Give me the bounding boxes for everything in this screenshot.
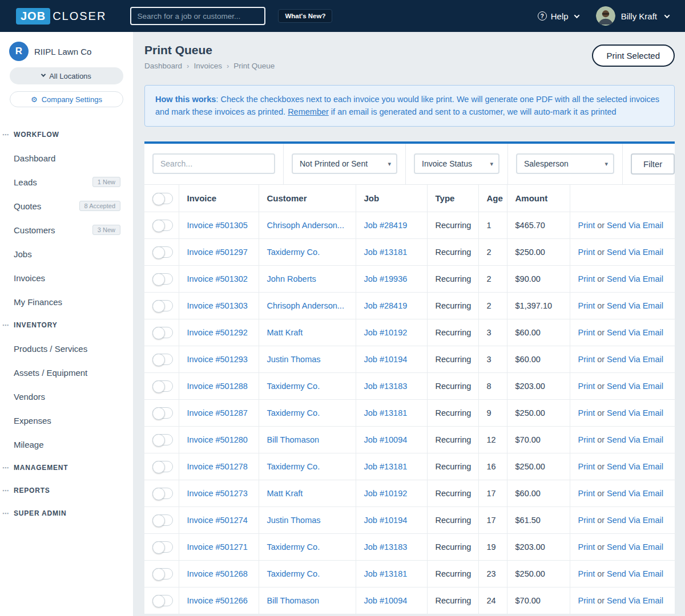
row-select-toggle[interactable]: [152, 514, 173, 526]
print-link[interactable]: Print: [578, 274, 595, 283]
send-email-link[interactable]: Send Via Email: [607, 489, 663, 498]
company-switcher[interactable]: R RIIPL Lawn Co: [0, 41, 133, 62]
send-email-link[interactable]: Send Via Email: [607, 516, 663, 525]
print-link[interactable]: Print: [578, 301, 595, 310]
global-search-input[interactable]: [130, 7, 265, 25]
send-email-link[interactable]: Send Via Email: [607, 462, 663, 471]
job-link[interactable]: Job #19936: [364, 274, 408, 283]
job-link[interactable]: Job #10192: [364, 328, 408, 337]
sidebar-item-leads[interactable]: Leads1 New: [0, 170, 133, 194]
filter-button[interactable]: Filter: [631, 153, 675, 175]
print-link[interactable]: Print: [578, 248, 595, 257]
job-link[interactable]: Job #13181: [364, 569, 408, 578]
invoice-link[interactable]: Invoice #501278: [187, 462, 248, 471]
send-email-link[interactable]: Send Via Email: [607, 382, 663, 391]
invoice-link[interactable]: Invoice #501302: [187, 274, 248, 283]
row-select-toggle[interactable]: [152, 595, 173, 606]
sidebar-section-super-admin[interactable]: ⋯SUPER ADMIN: [0, 502, 133, 525]
print-link[interactable]: Print: [578, 435, 595, 444]
invoice-link[interactable]: Invoice #501287: [187, 408, 248, 418]
filter-select-printed-status[interactable]: Not Printed or Sent▾: [292, 153, 397, 174]
send-email-link[interactable]: Send Via Email: [607, 542, 663, 552]
sidebar-section-management[interactable]: ⋯MANAGEMENT: [0, 456, 133, 479]
sidebar-item-jobs[interactable]: Jobs: [0, 242, 133, 266]
print-link[interactable]: Print: [578, 596, 595, 605]
job-link[interactable]: Job #13183: [364, 542, 408, 552]
send-email-link[interactable]: Send Via Email: [607, 274, 663, 283]
invoice-link[interactable]: Invoice #501274: [187, 516, 248, 525]
invoice-link[interactable]: Invoice #501266: [187, 596, 248, 605]
row-select-toggle[interactable]: [152, 541, 173, 553]
invoice-link[interactable]: Invoice #501288: [187, 382, 248, 391]
job-link[interactable]: Job #13183: [364, 382, 408, 391]
send-email-link[interactable]: Send Via Email: [607, 221, 663, 230]
send-email-link[interactable]: Send Via Email: [607, 596, 663, 605]
invoice-link[interactable]: Invoice #501293: [187, 355, 248, 364]
send-email-link[interactable]: Send Via Email: [607, 569, 663, 578]
sidebar-item-my-finances[interactable]: My Finances: [0, 290, 133, 314]
customer-link[interactable]: Justin Thomas: [267, 516, 321, 525]
sidebar-section-inventory[interactable]: ⋯INVENTORY: [0, 314, 133, 337]
customer-link[interactable]: Justin Thomas: [267, 355, 321, 364]
row-select-toggle[interactable]: [152, 220, 173, 231]
sidebar-section-reports[interactable]: ⋯REPORTS: [0, 479, 133, 502]
invoice-link[interactable]: Invoice #501297: [187, 248, 248, 257]
invoice-link[interactable]: Invoice #501280: [187, 435, 248, 444]
sidebar-item-vendors[interactable]: Vendors: [0, 384, 133, 408]
row-select-toggle[interactable]: [152, 380, 173, 392]
customer-link[interactable]: Taxidermy Co.: [267, 569, 320, 578]
breadcrumb-item[interactable]: Invoices: [194, 62, 222, 70]
invoice-link[interactable]: Invoice #501271: [187, 542, 248, 552]
customer-link[interactable]: Matt Kraft: [267, 328, 303, 337]
customer-link[interactable]: Taxidermy Co.: [267, 542, 320, 552]
invoice-link[interactable]: Invoice #501268: [187, 569, 248, 578]
row-select-toggle[interactable]: [152, 273, 173, 285]
customer-link[interactable]: Bill Thomason: [267, 596, 320, 605]
row-select-toggle[interactable]: [152, 327, 173, 338]
row-select-toggle[interactable]: [152, 407, 173, 419]
sidebar-section-workflow[interactable]: ⋯WORKFLOW: [0, 123, 133, 146]
print-link[interactable]: Print: [578, 408, 595, 418]
invoice-link[interactable]: Invoice #501303: [187, 301, 248, 310]
send-email-link[interactable]: Send Via Email: [607, 328, 663, 337]
invoice-link[interactable]: Invoice #501305: [187, 221, 248, 230]
sidebar-item-invoices[interactable]: Invoices: [0, 266, 133, 290]
job-link[interactable]: Job #13181: [364, 462, 408, 471]
print-link[interactable]: Print: [578, 542, 595, 552]
user-menu[interactable]: Billy Kraft: [596, 6, 669, 26]
customer-link[interactable]: Taxidermy Co.: [267, 408, 320, 418]
select-all-toggle[interactable]: [152, 193, 173, 204]
filter-select-invoice-status[interactable]: Invoice Status▾: [414, 153, 499, 174]
print-selected-button[interactable]: Print Selected: [592, 44, 675, 67]
help-menu[interactable]: ? Help: [538, 11, 579, 21]
sidebar-item-expenses[interactable]: Expenses: [0, 408, 133, 432]
job-link[interactable]: Job #10094: [364, 435, 408, 444]
send-email-link[interactable]: Send Via Email: [607, 248, 663, 257]
job-link[interactable]: Job #13181: [364, 408, 408, 418]
app-logo[interactable]: JOB CLOSER: [16, 8, 106, 25]
job-link[interactable]: Job #10192: [364, 489, 408, 498]
sidebar-item-customers[interactable]: Customers3 New: [0, 218, 133, 242]
send-email-link[interactable]: Send Via Email: [607, 435, 663, 444]
locations-dropdown[interactable]: All Locations: [10, 67, 123, 84]
company-settings-button[interactable]: ⚙ Company Settings: [10, 91, 123, 107]
row-select-toggle[interactable]: [152, 300, 173, 311]
row-select-toggle[interactable]: [152, 568, 173, 579]
job-link[interactable]: Job #28419: [364, 221, 408, 230]
row-select-toggle[interactable]: [152, 434, 173, 445]
send-email-link[interactable]: Send Via Email: [607, 408, 663, 418]
customer-link[interactable]: John Roberts: [267, 274, 316, 283]
job-link[interactable]: Job #13181: [364, 248, 408, 257]
filter-select-salesperson[interactable]: Salesperson▾: [516, 153, 614, 174]
customer-link[interactable]: Taxidermy Co.: [267, 382, 320, 391]
customer-link[interactable]: Chrisoph Anderson...: [267, 221, 344, 230]
customer-link[interactable]: Taxidermy Co.: [267, 248, 320, 257]
invoice-link[interactable]: Invoice #501273: [187, 489, 248, 498]
whats-new-button[interactable]: What's New?: [278, 9, 332, 23]
job-link[interactable]: Job #10094: [364, 596, 408, 605]
sidebar-item-mileage[interactable]: Mileage: [0, 432, 133, 456]
job-link[interactable]: Job #10194: [364, 516, 408, 525]
customer-link[interactable]: Bill Thomason: [267, 435, 320, 444]
row-select-toggle[interactable]: [152, 246, 173, 258]
customer-link[interactable]: Matt Kraft: [267, 489, 303, 498]
